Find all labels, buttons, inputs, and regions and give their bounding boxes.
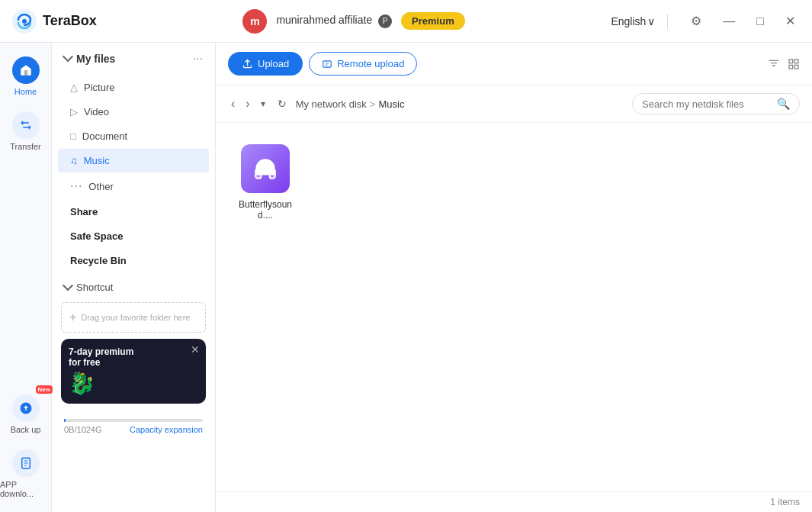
close-button[interactable]: ✕ [781,12,800,30]
promo-line2: for free [69,357,198,368]
sidebar-header: My files ··· [52,43,215,75]
sidebar-item-video[interactable]: ▷ Video [58,100,209,124]
main-layout: Home Transfer New Back up [0,43,812,512]
search-input[interactable] [642,98,772,110]
item-count: 1 items [770,497,800,507]
sidebar-nav: △ Picture ▷ Video □ Document ♫ Music ···… [52,75,215,512]
refresh-button[interactable]: ↻ [273,96,291,111]
main-content: Upload Remote upload [216,43,812,512]
music-icon: ♫ [70,155,78,166]
promo-emoji: 🐉 [69,371,198,396]
chevron-down-icon [63,51,73,62]
sidebar-item-document[interactable]: □ Document [58,124,209,148]
promo-card: ✕ 7-day premium for free 🐉 [61,339,206,404]
sidebar-menu-button[interactable]: ··· [193,52,203,66]
sidebar-item-recycle-bin[interactable]: Recycle Bin [58,249,209,272]
chevron-down-icon: ∨ [647,15,655,27]
my-files-header[interactable]: My files [64,53,115,65]
svg-rect-5 [794,60,798,63]
upload-icon [242,58,253,69]
window-controls: ⚙ — □ ✕ [686,12,800,30]
shortcut-header[interactable]: Shortcut [52,275,215,299]
plus-icon: + [69,311,76,324]
sidebar-item-home[interactable]: Home [0,49,51,104]
avatar: m [242,9,267,34]
svg-rect-7 [794,66,798,69]
divider [667,14,668,29]
svg-point-1 [22,19,27,24]
transfer-icon [12,111,40,139]
sidebar-item-music[interactable]: ♫ Music [58,149,209,172]
file-sidebar: My files ··· △ Picture ▷ Video □ Documen… [52,43,216,512]
home-icon [12,56,40,84]
storage-bar-fill [64,419,66,422]
breadcrumb-bar: ‹ › ▾ ↻ My network disk > Music 🔍 [216,85,812,123]
file-icon [241,144,290,193]
video-icon: ▷ [70,106,78,118]
sidebar-item-safe-space[interactable]: Safe Space [58,224,209,248]
premium-button[interactable]: Premium [401,12,465,30]
svg-rect-3 [323,60,332,66]
app-download-icon [12,449,40,477]
remote-upload-icon [322,59,332,69]
titlebar-right: English ∨ ⚙ — □ ✕ [611,12,800,30]
toolbar-right [768,57,800,71]
chevron-down-icon [63,280,73,291]
backup-icon [12,394,40,422]
sidebar-item-backup[interactable]: New Back up [0,387,51,442]
breadcrumb-current: Music [378,98,404,110]
forward-button[interactable]: › [242,95,252,112]
sidebar-item-picture[interactable]: △ Picture [58,76,209,99]
picture-icon: △ [70,82,78,93]
list-view-icon[interactable] [788,57,800,71]
storage-text: 0B/1024G [64,425,102,434]
files-area: Butterflysound.... [216,123,812,491]
svg-rect-6 [789,66,793,69]
backup-label: Back up [11,425,41,434]
terabox-logo-icon [12,9,37,34]
new-badge: New [36,385,53,394]
svg-rect-4 [789,60,793,63]
minimize-button[interactable]: — [718,13,740,30]
storage-section: 0B/1024G Capacity expansion [52,410,215,437]
app-name: TeraBox [43,13,97,29]
transfer-label: Transfer [10,142,41,151]
user-area: m munirahmed affiliate P Premium [242,9,464,34]
language-selector[interactable]: English ∨ [611,15,655,27]
upload-button[interactable]: Upload [228,52,303,76]
promo-line1: 7-day premium [69,346,198,357]
search-box: 🔍 [632,93,800,114]
promo-close-button[interactable]: ✕ [191,343,200,356]
home-label: Home [14,87,37,96]
file-item[interactable]: Butterflysound.... [231,138,300,227]
titlebar: TeraBox m munirahmed affiliate P Premium… [0,0,812,43]
settings-button[interactable]: ⚙ [686,12,706,30]
sidebar-item-share[interactable]: Share [58,200,209,224]
maximize-button[interactable]: □ [752,13,769,30]
status-bar: 1 items [216,491,812,512]
breadcrumb-root[interactable]: My network disk [296,98,367,110]
capacity-expansion-link[interactable]: Capacity expansion [130,425,203,434]
user-name-label: munirahmed affiliate P [276,14,392,28]
app-download-label: APP downlo... [0,480,51,498]
sidebar-item-other[interactable]: ··· Other [58,173,209,199]
search-icon[interactable]: 🔍 [777,98,790,110]
sidebar-item-transfer[interactable]: Transfer [0,104,51,159]
breadcrumb-path: My network disk > Music [296,98,405,110]
breadcrumb-separator: > [370,98,376,110]
sidebar-item-app-download[interactable]: APP downlo... [0,442,51,506]
app-logo-area: TeraBox [12,9,97,34]
toolbar-left: Upload Remote upload [228,52,417,76]
file-name: Butterflysound.... [237,199,294,221]
remote-upload-button[interactable]: Remote upload [309,52,417,76]
dropdown-button[interactable]: ▾ [258,97,268,111]
toolbar: Upload Remote upload [216,43,812,85]
affiliate-badge: P [378,14,392,28]
document-icon: □ [70,130,76,142]
filter-icon[interactable] [768,57,780,71]
back-button[interactable]: ‹ [228,95,238,112]
headphone-icon [252,156,278,182]
storage-bar [64,419,203,422]
shortcut-drop-zone[interactable]: + Drag your favorite folder here [61,302,206,333]
icon-sidebar: Home Transfer New Back up [0,43,52,512]
